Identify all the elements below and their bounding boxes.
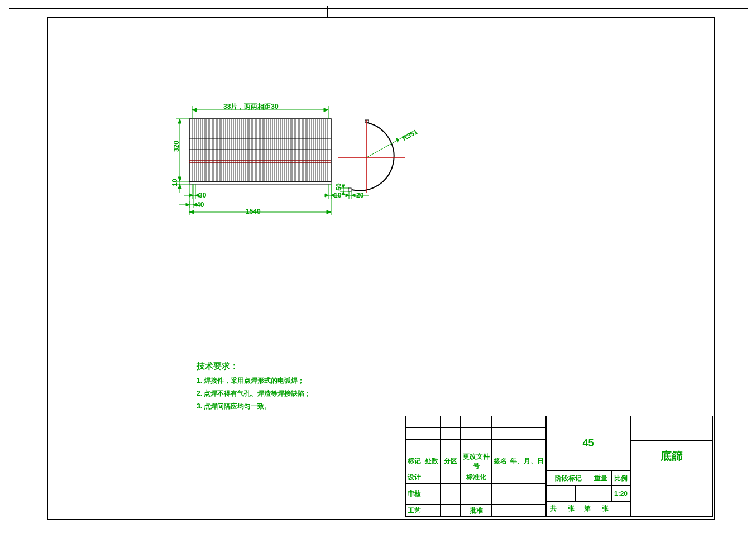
dim-50: 50 [335, 183, 343, 190]
hdr-date: 年、月、日 [509, 451, 546, 472]
titleblock-middle: 45 阶段标记 重量 比例 1:20 共 张 第 张 [546, 416, 630, 517]
row-design: 设计 [406, 472, 423, 483]
dim-10r: 10 [334, 191, 341, 199]
docnum: 45 [547, 416, 630, 471]
sheets-row: 共 张 第 张 [547, 501, 630, 517]
dim-30: 30 [199, 191, 206, 199]
scale-value: 1:20 [612, 486, 630, 502]
hdr-zone: 分区 [441, 451, 461, 472]
hdr-sign: 签名 [492, 451, 509, 472]
dim-40: 40 [197, 201, 204, 209]
tick-left [7, 256, 49, 256]
hdr-changeno: 更改文件号 [461, 451, 492, 472]
dim-top-note: 38片，两两相距30 [223, 102, 279, 112]
hdr-weight: 重量 [590, 470, 612, 486]
dim-20: 20 [356, 191, 363, 199]
tech-note-1: 1. 焊接件，采用点焊形式的电弧焊； [197, 376, 304, 386]
row-process: 工艺 [406, 505, 423, 517]
titleblock-revision: 标记 处数 分区 更改文件号 签名 年、月、日 设计 标准化 审核 工艺 批准 [405, 416, 546, 517]
tick-right [710, 256, 752, 256]
row-approve: 批准 [461, 505, 492, 517]
titleblock-right: 底篩 [630, 416, 713, 517]
hdr-mark: 标记 [406, 451, 423, 472]
row-check: 审核 [406, 483, 423, 505]
tech-note-3: 3. 点焊间隔应均匀一致。 [197, 402, 271, 411]
dim-1540: 1540 [246, 208, 261, 215]
drawing-viewport: 38片，两两相距30 320 10 30 40 1540 10 R351 20 … [0, 0, 756, 534]
tick-top [327, 6, 328, 17]
tech-note-2: 2. 点焊不得有气孔、焊渣等焊接缺陷； [197, 389, 311, 398]
dim-10v: 10 [171, 179, 179, 186]
hdr-stage: 阶段标记 [547, 470, 590, 486]
hdr-scale: 比例 [612, 470, 630, 486]
dim-320: 320 [173, 141, 180, 152]
hdr-num: 处数 [423, 451, 441, 472]
row-std: 标准化 [461, 472, 492, 483]
drawing-title: 底篩 [631, 441, 713, 472]
tech-title: 技术要求： [197, 361, 238, 372]
